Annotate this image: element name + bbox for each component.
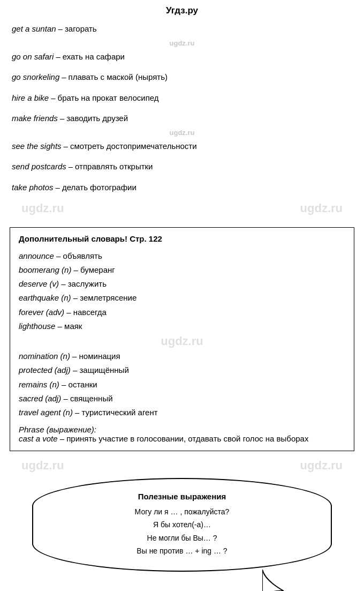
vocab-en: deserve (v)	[19, 279, 59, 288]
bubble-container: Полезные выражения Могу ли я … , пожалуй…	[0, 478, 364, 572]
box-section: Дополнительный словарь! Стр. 122 announc…	[10, 227, 354, 451]
vocab-sep: –	[66, 308, 73, 317]
list-item: deserve (v) – заслужить	[19, 277, 345, 291]
bubble-wrapper: Полезные выражения Могу ли я … , пожалуй…	[32, 478, 332, 572]
vocab-sep: –	[75, 408, 82, 417]
vocab-en: make friends	[12, 113, 58, 125]
phrase-label: Phrase (выражение):	[19, 425, 345, 434]
watermark-row: ugdz.ru	[12, 129, 352, 137]
vocab-en: sacred (adj)	[19, 394, 61, 403]
list-item: get a suntan – загорать	[12, 20, 352, 38]
list-item: lighthouse – маяк	[19, 319, 345, 333]
vocab-sep: –	[63, 394, 70, 403]
vocab-ru: отправлять открытки	[75, 161, 153, 173]
vocab-en: earthquake (n)	[19, 293, 71, 302]
vocab-ru: священный	[70, 394, 113, 403]
watermark-large: ugdz.ru	[161, 334, 203, 348]
vocab-ru: объявлять	[63, 251, 102, 260]
page-header: Угдз.ру	[0, 0, 364, 20]
bubble-line: Я бы хотел(-а)…	[60, 518, 304, 532]
list-item: earthquake (n) – землетрясение	[19, 291, 345, 305]
vocab-sep: –	[62, 71, 66, 84]
list-item: hire a bike – брать на прокат велосипед	[12, 89, 352, 107]
vocab-en: boomerang (n)	[19, 265, 71, 274]
vocab-sep: –	[60, 113, 64, 125]
list-item: announce – объявлять	[19, 249, 345, 263]
watermark-large: ugdz.ru	[21, 459, 64, 473]
vocab-ru: землетрясение	[80, 293, 136, 302]
vocab-sep: –	[74, 265, 81, 274]
vocab-en: get a suntan	[12, 23, 56, 35]
list-item: go on safari – ехать на сафари	[12, 48, 352, 66]
vocab-en: go snorkeling	[12, 71, 59, 84]
vocab-en: forever (adv)	[19, 308, 64, 317]
bubble-line: Не могли бы Вы… ?	[60, 532, 304, 545]
vocab-sep: –	[58, 23, 63, 35]
vocab-ru: ехать на сафари	[63, 51, 125, 63]
bubble-title: Полезные выражения	[60, 492, 304, 501]
vocab-sep: –	[72, 351, 79, 361]
vocab-ru: бумеранг	[80, 265, 115, 274]
list-item: send postcards – отправлять открытки	[12, 158, 352, 176]
list-item: forever (adv) – навсегда	[19, 305, 345, 319]
vocab-ru: защищённый	[79, 365, 128, 375]
vocab-ru: навсегда	[73, 308, 107, 317]
watermark-large: ugdz.ru	[21, 201, 64, 215]
vocab-ru: заслужить	[68, 279, 107, 288]
vocab-en: travel agent (n)	[19, 408, 73, 417]
list-item: boomerang (n) – бумеранг	[19, 263, 345, 276]
phrase-label-text: Phrase (выражение):	[19, 425, 96, 434]
phrase-content: cast a vote – принять участие в голосова…	[19, 434, 345, 443]
vocab-en: nomination (n)	[19, 351, 70, 361]
watermark: ugdz.ru	[170, 129, 195, 137]
bubble-line: Вы не против … + ing … ?	[60, 544, 304, 558]
vocab-en: lighthouse	[19, 321, 55, 331]
vocab-sep: –	[73, 365, 80, 375]
vocab-en: see the sights	[12, 140, 62, 153]
vocab-ru: номинация	[79, 351, 120, 361]
vocab-sep: –	[58, 321, 65, 331]
watermark: ugdz.ru	[170, 39, 195, 47]
watermark-large: ugdz.ru	[300, 201, 343, 215]
vocab-ru: туристический агент	[82, 408, 158, 417]
vocab-ru: заводить друзей	[66, 113, 128, 125]
list-item: sacred (adj) – священный	[19, 391, 345, 405]
box-title: Дополнительный словарь! Стр. 122	[19, 234, 345, 243]
list-item: go snorkeling – плавать с маской (нырять…	[12, 69, 352, 86]
vocab-ru: плавать с маской (нырять)	[69, 71, 168, 84]
watermark-row: ugdz.ru	[12, 39, 352, 47]
list-item: travel agent (n) – туристический агент	[19, 406, 345, 420]
watermark-large-row: ugdz.ru ugdz.ru	[0, 459, 364, 473]
vocab-sep: –	[69, 161, 73, 173]
vocab-en: announce	[19, 251, 54, 260]
vocab-sep: –	[61, 279, 68, 288]
vocab-en: protected (adj)	[19, 365, 71, 375]
list-item: see the sights – смотреть достопримечате…	[12, 138, 352, 155]
vocab-ru: останки	[69, 380, 97, 389]
list-item: make friends – заводить друзей	[12, 110, 352, 128]
bubble-lines: Могу ли я … , пожалуйста? Я бы хотел(-а)…	[60, 505, 304, 558]
vocab-en: remains (n)	[19, 380, 59, 389]
vocab-ru: брать на прокат велосипед	[58, 92, 159, 104]
vocab-sep: –	[56, 182, 60, 194]
vocab-section: get a suntan – загорать ugdz.ru go on sa…	[0, 20, 364, 196]
speech-bubble: Полезные выражения Могу ли я … , пожалуй…	[32, 478, 332, 572]
vocab-sep: –	[56, 51, 60, 63]
vocab-en: go on safari	[12, 51, 54, 63]
watermark-large-row: ugdz.ru ugdz.ru	[0, 199, 364, 218]
vocab-sep: –	[73, 293, 80, 302]
vocab-ru: делать фотографии	[62, 182, 136, 194]
vocab-en: take photos	[12, 182, 54, 194]
vocab-sep: –	[56, 251, 63, 260]
phrase-sep: –	[60, 434, 67, 443]
watermark-row: ugdz.ru	[19, 334, 345, 348]
vocab-ru: загорать	[65, 23, 97, 35]
header-title: Угдз.ру	[166, 5, 198, 16]
watermark-large: ugdz.ru	[300, 459, 343, 473]
vocab-sep: –	[62, 380, 69, 389]
vocab-ru: смотреть достопримечательности	[70, 140, 197, 153]
phrase-ru: принять участие в голосовании, отдавать …	[66, 434, 308, 443]
vocab-sep: –	[64, 140, 68, 153]
phrase-block: Phrase (выражение): cast a vote – принят…	[19, 425, 345, 443]
list-item: protected (adj) – защищённый	[19, 363, 345, 377]
